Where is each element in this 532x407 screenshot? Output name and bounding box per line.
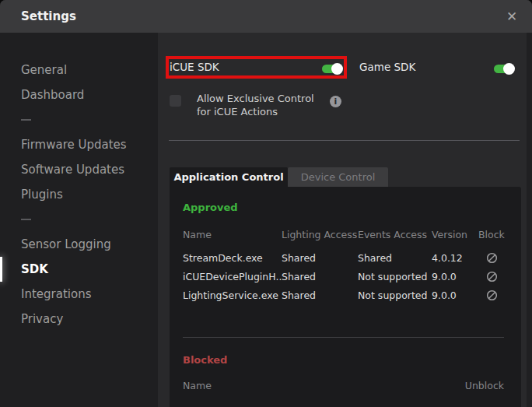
lighting-access-value: Shared bbox=[282, 252, 358, 264]
sidebar-item-label: Sensor Logging bbox=[21, 237, 111, 251]
events-access-value: Not supported bbox=[358, 289, 432, 301]
exclusive-control-label-line1: Allow Exclusive Control bbox=[197, 92, 314, 105]
block-icon[interactable] bbox=[486, 289, 498, 301]
panel-divider bbox=[183, 337, 504, 338]
approved-heading: Approved bbox=[183, 202, 238, 213]
exclusive-control-label-line2: for iCUE Actions bbox=[197, 105, 314, 118]
window-title: Settings bbox=[21, 0, 76, 33]
game-sdk-label: Game SDK bbox=[359, 61, 415, 73]
column-header-events-access: Events Access bbox=[358, 229, 432, 240]
sidebar-item-label: Software Updates bbox=[21, 163, 124, 177]
icue-sdk-toggle[interactable] bbox=[322, 63, 343, 75]
column-header-lighting-access: Lighting Access bbox=[282, 229, 358, 240]
tab-application-control[interactable]: Application Control bbox=[170, 167, 288, 187]
lighting-access-value: Shared bbox=[282, 271, 358, 282]
toggle-knob bbox=[503, 63, 515, 75]
version-value: 4.0.12 bbox=[432, 252, 478, 264]
table-row: iCUEDevicePluginH... Shared Not supporte… bbox=[183, 267, 506, 286]
app-name: StreamDeck.exe bbox=[183, 252, 282, 264]
sidebar-item-software-updates[interactable]: Software Updates bbox=[0, 157, 158, 182]
sidebar-item-sdk[interactable]: SDK bbox=[0, 257, 158, 282]
lighting-access-value: Shared bbox=[282, 289, 358, 301]
version-value: 9.0.0 bbox=[432, 289, 478, 301]
sidebar-item-plugins[interactable]: Plugins bbox=[0, 182, 158, 207]
sidebar-item-label: Firmware Updates bbox=[21, 138, 127, 152]
events-access-value: Not supported bbox=[358, 271, 432, 282]
blocked-table-header: Name Unblock bbox=[183, 380, 504, 391]
column-header-block: Block bbox=[478, 229, 506, 240]
tab-device-control[interactable]: Device Control bbox=[288, 167, 388, 187]
sidebar-item-label: Privacy bbox=[21, 312, 63, 326]
app-name: LightingService.exe bbox=[183, 289, 282, 301]
sidebar-item-firmware-updates[interactable]: Firmware Updates bbox=[0, 132, 158, 157]
close-icon[interactable]: ✕ bbox=[500, 5, 523, 28]
sidebar-item-label: Integrations bbox=[21, 287, 91, 301]
block-icon[interactable] bbox=[486, 252, 498, 264]
sidebar-item-dashboard[interactable]: Dashboard bbox=[0, 82, 158, 107]
column-header-version: Version bbox=[432, 229, 478, 240]
block-icon[interactable] bbox=[486, 271, 498, 282]
table-row: LightingService.exe Shared Not supported… bbox=[183, 286, 506, 304]
settings-window: Settings ✕ General Dashboard Firmware Up… bbox=[0, 0, 532, 407]
table-row: StreamDeck.exe Shared Shared 4.0.12 bbox=[183, 248, 506, 267]
column-header-name: Name bbox=[183, 380, 212, 391]
toggle-knob bbox=[331, 63, 343, 75]
app-name: iCUEDevicePluginH... bbox=[183, 271, 282, 282]
exclusive-control-label: Allow Exclusive Control for iCUE Actions bbox=[197, 92, 314, 118]
section-divider bbox=[169, 140, 520, 141]
sidebar: General Dashboard Firmware Updates Softw… bbox=[0, 33, 158, 407]
version-value: 9.0.0 bbox=[432, 271, 478, 282]
sidebar-item-label: Plugins bbox=[21, 188, 63, 202]
sidebar-divider bbox=[0, 207, 158, 232]
sidebar-item-privacy[interactable]: Privacy bbox=[0, 307, 158, 332]
icue-sdk-label: iCUE SDK bbox=[170, 61, 219, 73]
title-bar: Settings ✕ bbox=[0, 0, 532, 33]
sidebar-item-label: Dashboard bbox=[21, 88, 84, 102]
game-sdk-toggle[interactable] bbox=[494, 63, 515, 75]
selected-indicator bbox=[0, 257, 2, 282]
info-icon[interactable]: i bbox=[330, 96, 341, 107]
column-header-name: Name bbox=[183, 229, 282, 240]
sdk-settings-panel: iCUE SDK Game SDK Allow Exclusive Contro… bbox=[158, 33, 532, 407]
exclusive-control-checkbox[interactable] bbox=[170, 95, 181, 107]
sidebar-item-general[interactable]: General bbox=[0, 58, 158, 82]
column-header-unblock: Unblock bbox=[465, 380, 504, 391]
sidebar-item-label: SDK bbox=[21, 262, 48, 276]
sidebar-nav: General Dashboard Firmware Updates Softw… bbox=[0, 58, 158, 332]
sidebar-item-integrations[interactable]: Integrations bbox=[0, 282, 158, 307]
sidebar-item-sensor-logging[interactable]: Sensor Logging bbox=[0, 232, 158, 257]
application-control-panel: Approved Name Lighting Access Events Acc… bbox=[170, 187, 521, 407]
sidebar-item-label: General bbox=[21, 63, 67, 77]
sidebar-divider bbox=[0, 107, 158, 132]
approved-table-header: Name Lighting Access Events Access Versi… bbox=[183, 227, 506, 241]
events-access-value: Shared bbox=[358, 252, 432, 264]
blocked-heading: Blocked bbox=[183, 354, 227, 366]
